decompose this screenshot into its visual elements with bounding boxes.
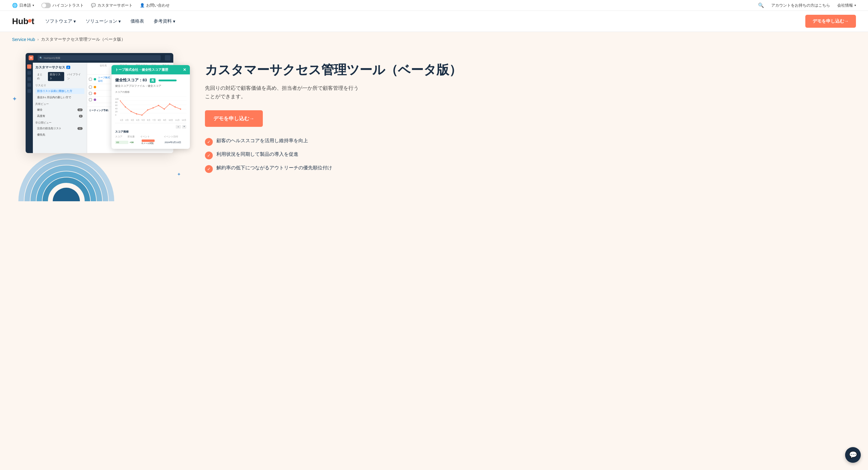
account-link[interactable]: アカウントをお持ちの方はこちら	[771, 3, 830, 8]
feature-check-icon-2: ✓	[205, 152, 213, 159]
nav-solutions[interactable]: ソリューション ▾	[86, 19, 121, 24]
nav-items: ソフトウェア ▾ ソリューション ▾ 価格表 参考資料 ▾	[45, 19, 176, 24]
sidebar-item-priority[interactable]: 注目の担当先リスト 11	[35, 126, 84, 131]
app-topbar: H 🔍 HubSpotを検索	[26, 53, 173, 63]
svg-point-16	[180, 108, 181, 110]
contact-label: お問い合わせ	[146, 3, 170, 8]
high-contrast-toggle[interactable]: ハイコントラスト	[41, 3, 84, 8]
table-event-cell: Eメール閲覧	[142, 139, 163, 145]
hero-title: カスタマーサクセス管理ツール（ベータ版）	[205, 62, 856, 78]
breadcrumb: Service Hub › カスタマーサクセス管理ツール（ベータ版）	[0, 32, 868, 47]
toggle-icon[interactable]	[41, 3, 51, 8]
nav-software-label: ソフトウェア	[45, 19, 72, 24]
feature-label-2: 利用状況を同期して製品の導入を促進	[216, 151, 299, 158]
screenshot-area: ✦ ✦ H 🔍 HubSpotを検索	[12, 53, 187, 201]
svg-point-10	[147, 109, 148, 111]
svg-point-12	[158, 105, 159, 106]
sparkle-decoration-top-left: ✦	[12, 95, 17, 102]
score-progress-bar	[158, 80, 177, 81]
row-checkbox[interactable]	[89, 86, 92, 89]
feature-item-2: ✓ 利用状況を同期して製品の導入を促進	[205, 151, 856, 159]
nav-pricing[interactable]: 価格表	[130, 19, 144, 24]
logo-spot-icon	[28, 19, 32, 23]
score-table-controls: ＋ ≡	[115, 125, 186, 129]
row-color-dot	[94, 78, 96, 81]
app-icon-1	[27, 64, 31, 69]
language-selector[interactable]: 🌐 日本語 ▾	[12, 3, 34, 8]
row-checkbox[interactable]	[89, 92, 92, 95]
score-table-header: スコア 変化量 イベント イベント日付	[115, 135, 186, 138]
sidebar-item-preferred[interactable]: 優先先	[35, 132, 84, 138]
nav-resources-label: 参考資料	[154, 19, 172, 24]
tab-summary[interactable]: まとめ	[35, 72, 47, 81]
nav-pricing-label: 価格表	[130, 19, 144, 24]
customer-support-link[interactable]: 💬 カスタマーサポート	[91, 3, 133, 8]
app-icon-4	[27, 83, 31, 87]
event-label: Eメール閲覧	[142, 142, 154, 144]
tab-list[interactable]: 担当リスト	[48, 72, 64, 81]
sidebar-item-recent[interactable]: 過去3ヶ月以内の新しい方で	[35, 95, 84, 100]
col-check	[89, 64, 93, 73]
sidebar-item-healthy[interactable]: 健全 12	[35, 107, 84, 113]
language-chevron: ▾	[33, 4, 34, 7]
contact-icon: 👤	[140, 3, 145, 7]
modal-body: 健全性スコア：83 高 健全スコアプロファイル：健全スコア スコアの推移 100…	[112, 74, 190, 149]
app-search-bar[interactable]: 🔍 HubSpotを検索	[38, 55, 161, 61]
table-filter-btn[interactable]: ＋	[176, 125, 181, 129]
contact-link[interactable]: 👤 お問い合わせ	[140, 3, 170, 8]
app-topbar-icon	[165, 55, 170, 61]
nav-software[interactable]: ソフトウェア ▾	[45, 19, 76, 24]
hero-cta-button[interactable]: デモを申し込む→	[205, 110, 263, 127]
app-icon-5	[27, 89, 31, 93]
feature-item-3: ✓ 解約率の低下につながるアウトリーチの優先順位付け	[205, 165, 856, 173]
svg-point-9	[141, 115, 143, 116]
svg-point-13	[164, 108, 165, 110]
company-info[interactable]: 会社情報 ▾	[837, 3, 856, 8]
table-sort-btn[interactable]: ≡	[182, 125, 186, 129]
hero-section: ✦ ✦ H 🔍 HubSpotを検索	[0, 47, 868, 228]
sidebar-section-shared: 共有ビュー	[35, 102, 84, 106]
tab-pipeline[interactable]: パイプライン	[65, 72, 84, 81]
table-score-val: 83	[115, 141, 128, 144]
nav-cta-button[interactable]: デモを申し込む→	[805, 15, 856, 28]
app-sidebar-title: カスタマーサクセス β	[35, 65, 84, 70]
table-change-val: +30	[130, 141, 141, 144]
app-icon-3	[27, 77, 31, 81]
search-icon[interactable]: 🔍	[758, 2, 764, 8]
modal-header: トープ株式会社・健全性スコア履歴 ✕	[112, 65, 190, 74]
nav-resources[interactable]: 参考資料 ▾	[154, 19, 176, 24]
sidebar-item-all[interactable]: 担当リスト以前に開放した方	[35, 88, 84, 94]
nav-resources-chevron: ▾	[173, 19, 176, 24]
row-checkbox[interactable]	[89, 78, 92, 81]
support-icon: 💬	[91, 3, 96, 7]
app-icon-sidebar	[26, 63, 33, 153]
sidebar-section-list: リスえり	[35, 84, 84, 87]
chart-title: スコアの推移	[115, 90, 186, 94]
top-bar-right: 🔍 アカウントをお持ちの方はこちら 会社情報 ▾	[758, 2, 856, 8]
breadcrumb-current: カスタマーサクセス管理ツール（ベータ版）	[41, 37, 125, 42]
row-checkbox[interactable]	[89, 98, 92, 101]
breadcrumb-link[interactable]: Service Hub	[12, 37, 35, 42]
svg-point-8	[136, 113, 137, 115]
chart-svg	[120, 95, 186, 119]
nav-left: Hubt ソフトウェア ▾ ソリューション ▾ 価格表 参考資料 ▾	[12, 17, 176, 26]
sidebar-item-at-risk[interactable]: 高度有 8	[35, 113, 84, 119]
modal-profile-label: 健全スコアプロファイル：健全スコア	[115, 84, 186, 88]
logo-hub: Hub	[12, 17, 28, 26]
feature-check-icon-1: ✓	[205, 138, 213, 146]
company-label: 会社情報	[837, 3, 853, 8]
app-icon-2	[27, 71, 31, 75]
health-score-modal: トープ株式会社・健全性スコア履歴 ✕ 健全性スコア：83 高 健全スコアプロファ…	[112, 65, 190, 149]
modal-close-button[interactable]: ✕	[183, 67, 186, 72]
logo[interactable]: Hubt	[12, 17, 34, 26]
feature-label-1: 顧客のヘルススコアを活用し維持率を向上	[216, 138, 308, 144]
app-sidebar-tabs: まとめ 担当リスト パイプライン	[35, 72, 84, 81]
breadcrumb-separator: ›	[37, 37, 38, 41]
chart-x-labels: 1月2月3月4月5月6月7月8月9月10月11月12月	[120, 119, 186, 122]
modal-score: 健全性スコア：83 高	[115, 77, 186, 83]
rainbow-svg	[12, 147, 121, 201]
nav-software-chevron: ▾	[73, 19, 76, 24]
high-contrast-label: ハイコントラスト	[53, 3, 84, 8]
modal-title: トープ株式会社・健全性スコア履歴	[115, 67, 168, 72]
app-logo-icon: H	[29, 56, 33, 60]
